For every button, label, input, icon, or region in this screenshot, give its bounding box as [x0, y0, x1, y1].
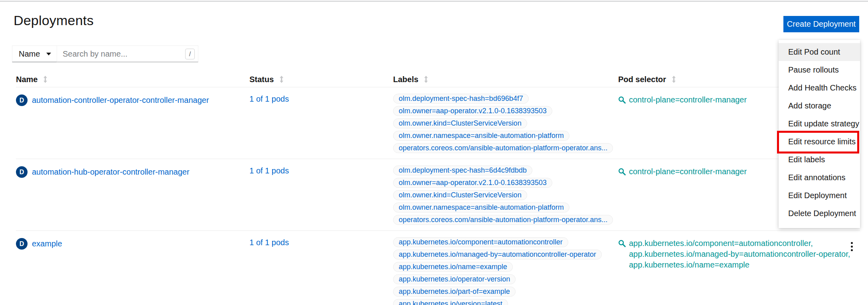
- labels-cell: olm.deployment-spec-hash=6d4c9fdbdbolm.o…: [393, 165, 618, 225]
- deployments-table: NameStatusLabelsPod selector Dautomation…: [0, 72, 868, 305]
- filter-type-select[interactable]: Name: [12, 45, 57, 62]
- sort-icon: [672, 76, 676, 83]
- label-pill[interactable]: app.kubernetes.io/component=automationco…: [393, 237, 568, 247]
- status-cell: 1 of 1 pods: [249, 238, 393, 247]
- menu-item-edit-deployment[interactable]: Edit Deployment: [779, 187, 860, 205]
- deployment-link[interactable]: example: [32, 239, 62, 248]
- menu-item-edit-annotations[interactable]: Edit annotations: [779, 169, 860, 187]
- pod-selector-line: control-plane=controller-manager: [629, 166, 747, 177]
- pods-status-link[interactable]: 1 of 1 pods: [249, 238, 289, 247]
- labels-cell: olm.deployment-spec-hash=bd696b4f7olm.ow…: [393, 94, 618, 153]
- create-deployment-button[interactable]: Create Deployment: [783, 16, 859, 32]
- label-pill[interactable]: app.kubernetes.io/operator-version: [393, 274, 516, 284]
- pod-selector-link[interactable]: app.kubernetes.io/component=automationco…: [618, 238, 834, 270]
- menu-item-edit-update-strategy[interactable]: Edit update strategy: [779, 115, 860, 133]
- label-pill[interactable]: operators.coreos.com/ansible-automation-…: [393, 143, 613, 153]
- sort-icon: [43, 76, 47, 83]
- pod-selector-line: control-plane=controller-manager: [629, 94, 747, 105]
- table-header-row: NameStatusLabelsPod selector: [16, 72, 860, 87]
- column-header-label: Name: [16, 75, 38, 84]
- column-header-label: Status: [249, 75, 274, 84]
- name-cell: Dautomation-controller-operator-controll…: [16, 94, 249, 106]
- status-cell: 1 of 1 pods: [249, 166, 393, 175]
- table-row: Dautomation-controller-operator-controll…: [16, 87, 860, 159]
- column-header-label: Pod selector: [618, 75, 666, 84]
- name-cell: Dautomation-hub-operator-controller-mana…: [16, 166, 249, 178]
- actions-cell: [848, 238, 860, 253]
- label-pill[interactable]: olm.deployment-spec-hash=bd696b4f7: [393, 94, 529, 104]
- page-title: Deployments: [14, 13, 94, 28]
- menu-item-edit-pod-count[interactable]: Edit Pod count: [779, 43, 860, 61]
- chevron-down-icon: [46, 53, 51, 55]
- masthead-divider: [0, 1, 868, 2]
- pod-selector-line: app.kubernetes.io/component=automationco…: [629, 238, 850, 249]
- menu-item-pause-rollouts[interactable]: Pause rollouts: [779, 61, 860, 79]
- label-pill[interactable]: olm.deployment-spec-hash=6d4c9fdbdb: [393, 165, 532, 175]
- column-header-label: Labels: [393, 75, 418, 84]
- sort-icon: [279, 76, 284, 83]
- status-cell: 1 of 1 pods: [249, 94, 393, 104]
- label-pill[interactable]: app.kubernetes.io/part-of=example: [393, 287, 516, 297]
- pods-status-link[interactable]: 1 of 1 pods: [249, 166, 289, 175]
- menu-item-edit-labels[interactable]: Edit labels: [779, 151, 860, 169]
- menu-item-add-health-checks[interactable]: Add Health Checks: [779, 79, 860, 97]
- column-header-name[interactable]: Name: [16, 75, 249, 84]
- deployment-link[interactable]: automation-hub-operator-controller-manag…: [32, 167, 190, 177]
- label-pill[interactable]: olm.owner.kind=ClusterServiceVersion: [393, 190, 527, 200]
- pod-selector-line: app.kubernetes.io/managed-by=automationc…: [629, 249, 850, 260]
- deployment-resource-badge: D: [16, 238, 28, 250]
- label-pill[interactable]: olm.owner.namespace=ansible-automation-p…: [393, 203, 569, 213]
- deployment-link[interactable]: automation-controller-operator-controlle…: [32, 96, 209, 105]
- sort-icon: [424, 76, 428, 83]
- label-pill[interactable]: operators.coreos.com/ansible-automation-…: [393, 215, 613, 225]
- search-icon: [618, 240, 626, 247]
- search-icon: [618, 96, 626, 104]
- search-input[interactable]: [57, 46, 198, 62]
- labels-cell: app.kubernetes.io/component=automationco…: [393, 237, 618, 305]
- search-icon: [618, 168, 626, 175]
- column-header-status[interactable]: Status: [249, 75, 393, 84]
- label-pill[interactable]: app.kubernetes.io/managed-by=automationc…: [393, 250, 602, 260]
- kebab-menu-button[interactable]: [848, 240, 855, 253]
- menu-item-add-storage[interactable]: Add storage: [779, 97, 860, 115]
- table-row: Dautomation-hub-operator-controller-mana…: [16, 159, 860, 230]
- column-header-labels[interactable]: Labels: [393, 75, 618, 84]
- label-pill[interactable]: app.kubernetes.io/name=example: [393, 262, 513, 272]
- label-pill[interactable]: olm.owner=aap-operator.v2.1.0-0.16383935…: [393, 178, 552, 188]
- pods-status-link[interactable]: 1 of 1 pods: [249, 94, 289, 103]
- deployment-resource-badge: D: [16, 166, 28, 178]
- menu-item-delete-deployment[interactable]: Delete Deployment: [779, 205, 860, 222]
- pod-selector-line: app.kubernetes.io/name=example: [629, 260, 850, 270]
- search-box: /: [57, 45, 198, 62]
- label-pill[interactable]: olm.owner=aap-operator.v2.1.0-0.16383935…: [393, 106, 552, 116]
- kebab-dropdown-menu: Edit Pod countPause rolloutsAdd Health C…: [779, 40, 860, 228]
- label-pill[interactable]: olm.owner.kind=ClusterServiceVersion: [393, 118, 527, 128]
- table-body: Dautomation-controller-operator-controll…: [16, 87, 860, 305]
- filter-type-label: Name: [19, 49, 40, 59]
- menu-item-edit-resource-limits[interactable]: Edit resource limits: [779, 133, 860, 151]
- label-pill[interactable]: olm.owner.namespace=ansible-automation-p…: [393, 131, 569, 141]
- deployment-resource-badge: D: [16, 94, 28, 106]
- label-pill[interactable]: app.kubernetes.io/version=latest: [393, 299, 508, 305]
- name-cell: Dexample: [16, 238, 249, 250]
- pod-selector-cell: app.kubernetes.io/component=automationco…: [618, 238, 834, 270]
- slash-shortcut-badge: /: [185, 49, 195, 59]
- filter-toolbar: Name /: [12, 45, 198, 62]
- table-row: Dexample1 of 1 podsapp.kubernetes.io/com…: [16, 230, 860, 305]
